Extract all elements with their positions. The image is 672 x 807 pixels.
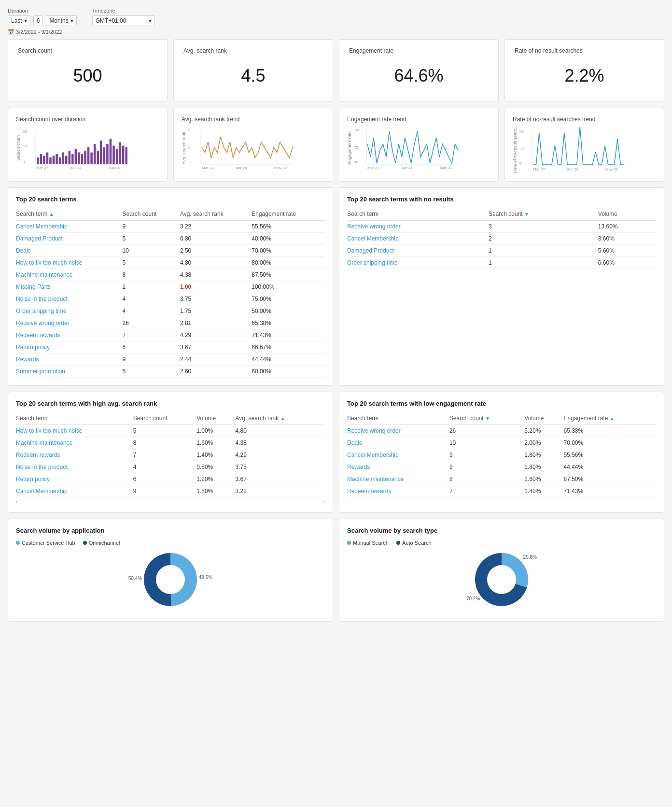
col-rank-hr[interactable]: Avg. search rank ▲ (235, 413, 325, 425)
high-rank-title: Top 20 search terms with high avg. searc… (16, 400, 325, 407)
svg-rect-33 (125, 147, 127, 164)
term-engagement: 65.38% (252, 317, 325, 329)
y-axis-label-search_count_trend: Search count (16, 135, 21, 161)
svg-text:20: 20 (23, 129, 27, 134)
pie-charts-row: Search volume by application Customer Se… (8, 519, 664, 622)
hr-term: How to fix too much noise (16, 425, 133, 437)
nr-volume: 3.60% (598, 232, 656, 244)
svg-rect-23 (94, 144, 96, 164)
col-search-term[interactable]: Search term ▲ (16, 209, 123, 221)
col-vol-le[interactable]: Volume (524, 413, 563, 425)
table-row: Return policy 6 1.20% 3.67 (16, 473, 325, 485)
svg-rect-27 (106, 144, 109, 164)
svg-rect-14 (65, 156, 68, 165)
svg-text:Mar 27: Mar 27 (533, 167, 545, 170)
term-name: Damaged Product (16, 232, 123, 244)
table-row: How to fix too much noise 5 4.80 80.00% (16, 256, 325, 269)
y-axis-label-no_result_trend: Rate of no-result searc... (513, 126, 518, 173)
le-term: Cancel Membership (347, 449, 449, 461)
pie-by-type-card: Search volume by search type Manual Sear… (339, 519, 664, 622)
term-count: 5 (123, 256, 180, 269)
metric-card-avg_search_rank: Avg. search rank 4.5 (173, 39, 333, 102)
col-eng-le[interactable]: Engagement rate ▲ (563, 413, 656, 425)
col-avg-rank[interactable]: Avg. search rank (180, 209, 252, 221)
term-count: 9 (123, 220, 180, 232)
term-name: Return policy (16, 341, 123, 353)
svg-text:50: 50 (519, 129, 524, 134)
svg-text:2: 2 (188, 160, 191, 164)
table-row: Order shipping time 1 6.60% (347, 256, 656, 269)
le-term: Deals (347, 437, 449, 449)
table-row: Redeem rewards 7 1.40% 4.29 (16, 449, 325, 461)
svg-text:Apr 24: Apr 24 (236, 166, 247, 169)
col-count-le[interactable]: Search count ▼ (449, 413, 524, 425)
term-rank: 3.67 (180, 341, 252, 353)
svg-text:5: 5 (188, 145, 191, 150)
col-search-count[interactable]: Search count (123, 209, 180, 221)
svg-rect-22 (90, 153, 93, 165)
nr-volume: 6.60% (598, 256, 656, 269)
svg-text:Apr 24: Apr 24 (567, 167, 578, 170)
hr-rank: 4.80 (235, 425, 325, 437)
nr-volume: 13.60% (598, 220, 656, 232)
svg-rect-15 (69, 151, 71, 164)
svg-rect-8 (46, 153, 49, 165)
svg-rect-11 (56, 154, 58, 164)
le-count: 26 (449, 425, 524, 437)
svg-rect-30 (116, 149, 118, 165)
le-count: 7 (449, 485, 524, 497)
le-volume: 5.20% (524, 425, 563, 437)
term-engagement: 75.00% (252, 293, 325, 305)
le-volume: 1.40% (524, 485, 563, 497)
le-engagement: 70.00% (563, 437, 656, 449)
table-row: Noise in the product 4 3.75 75.00% (16, 293, 325, 305)
svg-text:May 22: May 22 (605, 167, 618, 170)
le-count: 8 (449, 473, 524, 485)
chart-svg-search_count_trend: 20 10 0 Mar 27 Apr 24 May 22 (22, 126, 128, 170)
hr-rank: 3.75 (235, 461, 325, 473)
metric-card-search_count: Search count 500 (8, 39, 168, 102)
col-search-term-nr[interactable]: Search term (347, 209, 489, 221)
metric-card-engagement_rate: Engagement rate 64.6% (339, 39, 499, 102)
le-volume: 1.80% (524, 461, 563, 473)
duration-prefix-select[interactable]: Last ▾ (8, 15, 30, 26)
col-engagement[interactable]: Engagement rate (252, 209, 325, 221)
hr-volume: 1.60% (196, 437, 235, 449)
duration-unit-select[interactable]: Months ▾ (46, 15, 76, 26)
term-rank: 2.44 (180, 353, 252, 365)
duration-value-input[interactable]: 6 (33, 15, 43, 26)
le-count: 9 (449, 449, 524, 461)
y-axis-label-engagement_trend: Engagement rate (347, 131, 352, 165)
svg-rect-21 (87, 147, 90, 164)
le-term: Machine maintenance (347, 473, 449, 485)
svg-rect-26 (103, 147, 106, 164)
svg-text:29.8%: 29.8% (523, 554, 537, 559)
table-row: Noise in the product 4 0.80% 3.75 (16, 461, 325, 473)
top20-tables-row: Top 20 search terms Search term ▲ Search… (8, 187, 664, 386)
col-term-hr[interactable]: Search term (16, 413, 133, 425)
col-search-count-nr[interactable]: Search count ▼ (489, 209, 598, 221)
svg-rect-29 (112, 146, 115, 165)
low-engagement-table: Search term Search count ▼ Volume Engage… (347, 413, 656, 497)
nr-term: Order shipping time (347, 256, 489, 269)
table-row: Machine maintenance 8 1.60% 4.38 (16, 437, 325, 449)
nr-count: 1 (489, 256, 598, 269)
pie-by-app-chart: 49.6%50.4% (16, 546, 325, 613)
svg-text:49.6%: 49.6% (199, 575, 212, 580)
nr-term: Damaged Product (347, 244, 489, 256)
nr-count: 3 (489, 220, 598, 232)
svg-text:Mar 27: Mar 27 (202, 166, 214, 169)
top20-no-results-card: Top 20 search terms with no results Sear… (339, 187, 664, 386)
table-row: Redeem rewards 7 4.29 71.43% (16, 329, 325, 341)
le-engagement: 44.44% (563, 461, 656, 473)
metric-value-no_result_rate: 2.2% (515, 58, 654, 94)
col-volume-nr[interactable]: Volume (598, 209, 656, 221)
top20-no-results-table: Search term Search count ▼ Volume Receiv… (347, 209, 656, 269)
svg-rect-7 (43, 156, 45, 165)
nr-count: 2 (489, 232, 598, 244)
col-vol-hr[interactable]: Volume (196, 413, 235, 425)
col-term-le[interactable]: Search term (347, 413, 449, 425)
timezone-select[interactable]: GMT+01:00 ▾ (92, 15, 155, 26)
table-row: Receive wrong order 3 13.60% (347, 220, 656, 232)
col-count-hr[interactable]: Search count (133, 413, 196, 425)
